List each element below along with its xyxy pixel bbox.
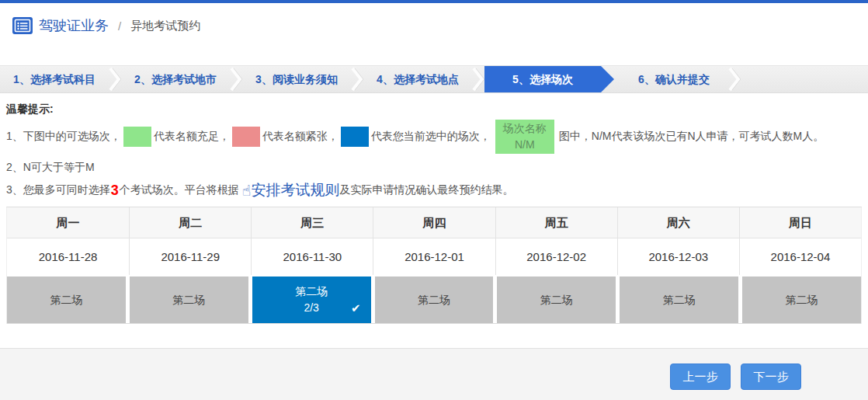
- step-tab-6[interactable]: 6、确认并提交: [620, 66, 728, 92]
- step-tab-1[interactable]: 1、选择考试科目: [0, 66, 109, 92]
- breadcrumb-separator: /: [118, 19, 121, 33]
- breadcrumb: 驾驶证业务 / 异地考试预约: [0, 3, 868, 45]
- tips-section: 温馨提示: 1、下图中的可选场次， 代表名额充足， 代表名额紧张， 代表您当前选…: [0, 93, 868, 200]
- step-tab-2[interactable]: 2、选择考试地市: [121, 66, 230, 92]
- weekday-header: 周三: [251, 207, 373, 238]
- date-cell: 2016-12-01: [373, 238, 495, 275]
- tip1-red-label: 代表名额紧张，: [262, 130, 339, 144]
- date-cell: 2016-11-30: [251, 238, 373, 275]
- weekday-header: 周一: [7, 207, 129, 238]
- red-tense-swatch: [232, 127, 260, 147]
- badge-quota: N/M: [515, 138, 535, 151]
- step-tabs-filler: [741, 66, 868, 92]
- page-title: 异地考试预约: [130, 19, 200, 33]
- session-cell-tue[interactable]: 第二场: [130, 277, 248, 323]
- session-schedule-table: 周一 周二 周三 周四 周五 周六 周日 2016-11-28 2016-11-…: [6, 207, 862, 324]
- list-icon: [12, 17, 33, 34]
- session-cell-thu[interactable]: 第二场: [375, 277, 494, 323]
- date-cell: 2016-12-02: [495, 238, 617, 275]
- chevron-separator-icon: [109, 66, 121, 92]
- weekday-header: 周六: [617, 207, 739, 238]
- next-step-button[interactable]: 下一步: [741, 363, 801, 390]
- session-cell-wed-selected[interactable]: 第二场 2/3 ✔: [252, 277, 371, 323]
- blue-selected-swatch: [341, 127, 369, 147]
- weekday-header: 周四: [373, 207, 495, 238]
- previous-step-button[interactable]: 上一步: [670, 363, 731, 390]
- session-example-badge: 场次名称 N/M: [495, 120, 554, 154]
- step-tabs: 1、选择考试科目 2、选择考试地市 3、阅读业务须知 4、选择考试地点 5、选择…: [0, 65, 868, 93]
- chevron-separator-icon: [351, 66, 363, 92]
- date-cell: 2016-12-04: [739, 238, 861, 275]
- weekday-header: 周二: [129, 207, 251, 238]
- footer-bar: 上一步 下一步: [0, 348, 868, 400]
- badge-session-name: 场次名称: [503, 122, 547, 134]
- check-icon: ✔: [351, 301, 361, 315]
- exam-rules-link[interactable]: 安排考试规则: [251, 180, 339, 200]
- chevron-separator-icon: [728, 66, 741, 92]
- date-row: 2016-11-28 2016-11-29 2016-11-30 2016-12…: [7, 238, 861, 275]
- tips-title: 温馨提示:: [6, 103, 860, 117]
- session-cell-sun[interactable]: 第二场: [742, 277, 861, 323]
- session-cell-fri[interactable]: 第二场: [497, 277, 616, 323]
- tip1-prefix: 1、下图中的可选场次，: [6, 130, 121, 144]
- date-cell: 2016-11-28: [7, 238, 129, 275]
- step-tab-3[interactable]: 3、阅读业务须知: [242, 66, 351, 92]
- step-tab-5-active[interactable]: 5、选择场次: [484, 66, 601, 92]
- session-name: 第二场: [252, 283, 371, 299]
- max-session-count: 3: [110, 183, 120, 199]
- session-cell-sat[interactable]: 第二场: [620, 277, 738, 323]
- chevron-separator-icon: [230, 66, 242, 92]
- pointing-hand-icon: ☝: [242, 182, 252, 200]
- tip1-suffix: 图中，N/M代表该场次已有N人申请，可考试人数M人。: [559, 130, 824, 144]
- tip1-blue-label: 代表您当前选中的场次，: [371, 130, 491, 144]
- weekday-header: 周五: [495, 207, 617, 238]
- green-available-swatch: [123, 127, 151, 147]
- session-cell-mon[interactable]: 第二场: [7, 277, 126, 323]
- chevron-separator-icon: [472, 66, 484, 92]
- weekday-header: 周日: [739, 207, 861, 238]
- date-cell: 2016-12-03: [617, 238, 739, 275]
- tip3-part1: 3、您最多可同时选择: [6, 183, 110, 197]
- session-row: 第二场 第二场 第二场 2/3 ✔ 第二场 第二场 第二场 第二场: [7, 275, 861, 324]
- tip-line-2: 2、N可大于等于M: [6, 161, 860, 175]
- date-cell: 2016-11-29: [129, 238, 251, 275]
- weekday-header-row: 周一 周二 周三 周四 周五 周六 周日: [7, 207, 861, 238]
- tip3-part3: 及实际申请情况确认最终预约结果。: [339, 183, 513, 197]
- tip1-green-label: 代表名额充足，: [154, 130, 230, 144]
- step-tab-4[interactable]: 4、选择考试地点: [363, 66, 472, 92]
- tip-line-3: 3、您最多可同时选择 3 个考试场次。平台将根据 ☝ 安排考试规则 及实际申请情…: [6, 180, 860, 200]
- tip3-part2: 个考试场次。平台将根据: [120, 183, 239, 197]
- tip-line-1: 1、下图中的可选场次， 代表名额充足， 代表名额紧张， 代表您当前选中的场次， …: [6, 120, 860, 154]
- breadcrumb-section[interactable]: 驾驶证业务: [39, 16, 109, 35]
